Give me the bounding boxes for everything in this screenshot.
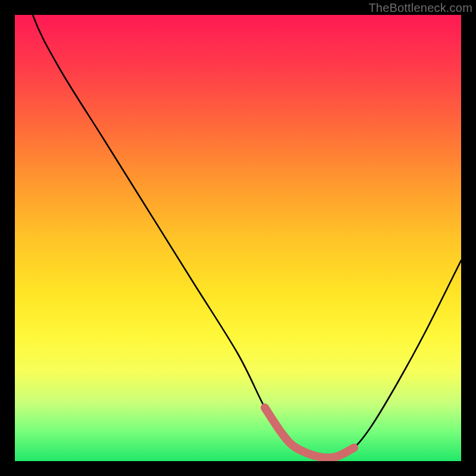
curve-path <box>15 15 461 458</box>
highlight-path <box>265 408 354 458</box>
attribution-label: TheBottleneck.com <box>368 1 472 15</box>
bottleneck-curve <box>15 15 461 461</box>
plot-area <box>15 15 461 461</box>
chart-frame: TheBottleneck.com <box>0 0 476 476</box>
